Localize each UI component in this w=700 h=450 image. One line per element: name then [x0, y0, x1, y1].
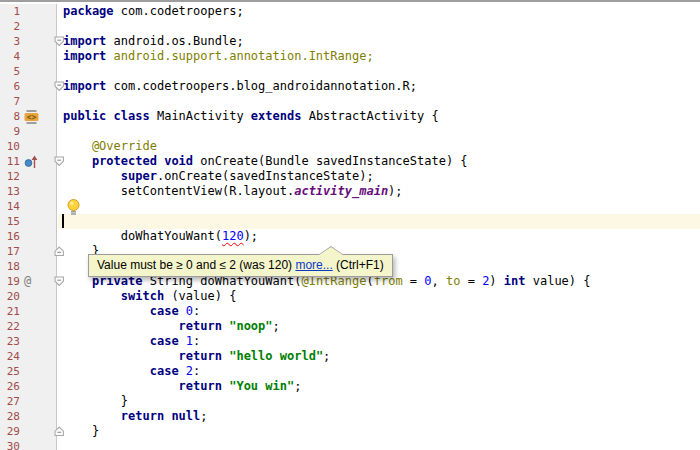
code-token: } — [63, 424, 99, 438]
code-line[interactable]: import com.codetroopers.blog_androidanno… — [58, 79, 700, 94]
gutter-row: 6 — [0, 79, 56, 94]
fold-down-marker[interactable] — [54, 36, 65, 50]
code-line[interactable]: setContentView(R.layout.activity_main); — [58, 184, 700, 199]
code-token: switch — [121, 289, 164, 303]
code-token: package — [63, 4, 114, 18]
code-token: "hello world" — [229, 349, 323, 363]
code-token: import — [63, 49, 106, 63]
editor-text-area[interactable]: package com.codetroopers;import android.… — [58, 4, 700, 450]
code-line[interactable]: switch (value) { — [58, 289, 700, 304]
code-line[interactable]: return "You win"; — [58, 379, 700, 394]
line-number: 23 — [2, 334, 20, 349]
android-component-icon[interactable]: <> — [24, 109, 39, 124]
editor-gutter: 12345678<>910111213141516171819@20212223… — [0, 4, 57, 450]
line-number: 27 — [2, 394, 20, 409]
code-line[interactable]: super.onCreate(savedInstanceState); — [58, 169, 700, 184]
code-line[interactable] — [58, 124, 700, 139]
gutter-row: 20 — [0, 289, 56, 304]
line-number: 26 — [2, 379, 20, 394]
code-token: android.support.annotation.IntRange; — [106, 49, 373, 63]
code-token: super — [121, 169, 157, 183]
code-token: value) { — [526, 274, 591, 288]
gutter-row: 2 — [0, 19, 56, 34]
code-line[interactable]: return null; — [58, 409, 700, 424]
code-line[interactable]: package com.codetroopers; — [58, 4, 700, 19]
line-number: 10 — [2, 139, 20, 154]
line-number: 22 — [2, 319, 20, 334]
code-line[interactable]: } — [58, 424, 700, 439]
line-number: 12 — [2, 169, 20, 184]
code-token: MainActivity — [150, 109, 251, 123]
code-line[interactable]: doWhatYouWant(120); — [58, 229, 700, 244]
code-line[interactable]: return "hello world"; — [58, 349, 700, 364]
code-line[interactable]: public class MainActivity extends Abstra… — [58, 109, 700, 124]
line-number: 21 — [2, 304, 20, 319]
code-line[interactable] — [58, 94, 700, 109]
gutter-row: 15 — [0, 214, 56, 229]
code-token: ); — [244, 229, 258, 243]
fold-down-marker[interactable] — [54, 81, 65, 95]
code-token: 2 — [186, 364, 193, 378]
gutter-row: 23 — [0, 334, 56, 349]
code-token: import — [63, 79, 106, 93]
code-token: , — [432, 274, 446, 288]
code-line[interactable]: case 2: — [58, 364, 700, 379]
code-line[interactable] — [58, 439, 700, 450]
code-token: return — [121, 409, 164, 423]
code-token: = — [460, 274, 482, 288]
fold-down-marker[interactable] — [54, 156, 65, 170]
code-token — [63, 304, 150, 318]
code-line[interactable]: protected void onCreate(Bundle savedInst… — [58, 154, 700, 169]
code-line[interactable] — [58, 64, 700, 79]
line-number: 25 — [2, 364, 20, 379]
code-line[interactable] — [58, 199, 700, 214]
code-token: doWhatYouWant( — [63, 229, 222, 243]
code-token — [63, 349, 179, 363]
code-line[interactable]: case 0: — [58, 304, 700, 319]
annotation-icon[interactable]: @ — [24, 274, 31, 289]
line-number: 30 — [2, 439, 20, 450]
gutter-row: 29 — [0, 424, 56, 439]
gutter-row: 26 — [0, 379, 56, 394]
code-line[interactable]: return "noop"; — [58, 319, 700, 334]
code-token — [63, 334, 150, 348]
code-line[interactable]: @Override — [58, 139, 700, 154]
line-number: 4 — [2, 49, 20, 64]
gutter-row: 21 — [0, 304, 56, 319]
gutter-row: 28 — [0, 409, 56, 424]
line-number: 2 — [2, 19, 20, 34]
code-token: return — [179, 379, 222, 393]
gutter-row: 30 — [0, 439, 56, 450]
code-token: onCreate(Bundle savedInstanceState) { — [193, 154, 468, 168]
code-line[interactable]: import android.support.annotation.IntRan… — [58, 49, 700, 64]
fold-up-marker[interactable] — [54, 426, 65, 440]
code-line[interactable]: } — [58, 394, 700, 409]
code-token — [63, 289, 121, 303]
code-line[interactable] — [58, 19, 700, 34]
code-token: setContentView(R.layout. — [63, 184, 294, 198]
code-token: .onCreate(savedInstanceState); — [157, 169, 374, 183]
code-line[interactable]: import android.os.Bundle; — [58, 34, 700, 49]
fold-down-marker[interactable] — [54, 276, 65, 290]
line-number: 13 — [2, 184, 20, 199]
fold-up-marker[interactable] — [54, 246, 65, 260]
gutter-row: 8<> — [0, 109, 56, 124]
line-number: 28 — [2, 409, 20, 424]
code-token — [63, 154, 92, 168]
code-line[interactable] — [58, 214, 700, 229]
code-line[interactable]: case 1: — [58, 334, 700, 349]
gutter-row: 22 — [0, 319, 56, 334]
code-token: : — [193, 364, 200, 378]
line-number: 5 — [2, 64, 20, 79]
code-token: ); — [388, 184, 402, 198]
tooltip-more-link[interactable]: more... — [295, 258, 332, 272]
code-token: extends — [251, 109, 302, 123]
line-number: 29 — [2, 424, 20, 439]
line-number: 3 — [2, 34, 20, 49]
code-token: 0 — [424, 274, 431, 288]
overrides-method-icon[interactable] — [24, 154, 39, 169]
gutter-row: 5 — [0, 64, 56, 79]
gutter-row: 13 — [0, 184, 56, 199]
intention-lightbulb-icon[interactable] — [66, 198, 81, 218]
gutter-row: 17 — [0, 244, 56, 259]
